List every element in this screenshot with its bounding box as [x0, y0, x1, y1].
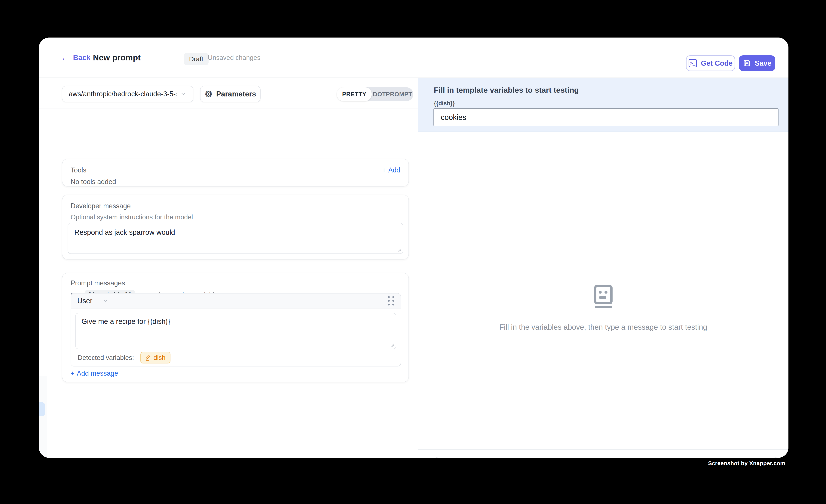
- gear-icon: ⚙: [204, 90, 212, 98]
- parameters-label: Parameters: [216, 90, 256, 98]
- detected-variables-label: Detected variables:: [78, 354, 134, 361]
- add-message-button[interactable]: + Add message: [71, 370, 118, 377]
- back-arrow-icon: ←: [61, 53, 70, 62]
- save-icon: [743, 59, 751, 67]
- variable-value-input[interactable]: [433, 108, 778, 126]
- pencil-icon: [145, 355, 151, 361]
- template-variables-title: Fill in template variables to start test…: [434, 86, 579, 94]
- prompt-messages-card: Prompt messages Use {{variable}} syntax …: [62, 273, 409, 382]
- message-header: User: [71, 294, 401, 309]
- detected-variables-row: Detected variables: dish: [71, 349, 401, 366]
- chat-divider: [418, 449, 788, 450]
- get-code-label: Get Code: [701, 59, 733, 67]
- unsaved-changes-label: Unsaved changes: [208, 38, 260, 77]
- plus-icon: +: [382, 166, 386, 174]
- developer-message-card: Developer message Optional system instru…: [62, 195, 409, 259]
- sidebar-strip: [39, 376, 47, 458]
- model-select-value: aws/anthropic/bedrock-claude-3-5-s...: [69, 90, 176, 98]
- drag-handle-icon[interactable]: [388, 296, 394, 306]
- toggle-dotprompt[interactable]: DOTPROMPT: [372, 87, 413, 101]
- get-code-button[interactable]: >_ Get Code: [686, 55, 735, 71]
- save-label: Save: [755, 59, 772, 67]
- developer-message-subtitle: Optional system instructions for the mod…: [71, 213, 400, 221]
- template-variables-section: Fill in template variables to start test…: [418, 78, 788, 132]
- add-message-label: Add message: [77, 370, 118, 377]
- developer-message-textarea[interactable]: Respond as jack sparrow would: [68, 223, 403, 254]
- message-block: User Give me a recipe for {{dish}} Detec…: [71, 293, 401, 367]
- sidebar-active-item[interactable]: [39, 402, 45, 417]
- header-actions: >_ Get Code Save: [686, 55, 775, 71]
- resize-grip-icon[interactable]: [396, 246, 401, 252]
- prompt-editor-panel: aws/anthropic/bedrock-claude-3-5-s... ⚙ …: [39, 78, 418, 458]
- message-textarea[interactable]: Give me a recipe for {{dish}}: [75, 313, 396, 349]
- chat-input-bar: [434, 457, 779, 458]
- add-tool-label: Add: [388, 166, 400, 174]
- chevron-down-icon: [103, 298, 108, 304]
- model-select[interactable]: aws/anthropic/bedrock-claude-3-5-s...: [62, 86, 193, 102]
- role-select[interactable]: User: [77, 297, 108, 305]
- role-select-value: User: [77, 297, 93, 305]
- watermark-text: Screenshot by Xnapper.com: [708, 460, 785, 466]
- test-panel: Fill in template variables to start test…: [418, 78, 788, 458]
- view-mode-toggle: PRETTY DOTPROMPT: [337, 87, 413, 101]
- back-label: Back: [73, 54, 91, 62]
- variable-chip-label: dish: [154, 354, 166, 361]
- prompt-messages-title: Prompt messages: [71, 279, 400, 287]
- chat-empty-state: Fill in the variables above, then type a…: [418, 285, 788, 331]
- parameters-button[interactable]: ⚙ Parameters: [200, 86, 260, 102]
- header: ← Back New prompt Draft Unsaved changes …: [39, 38, 788, 78]
- toggle-pretty[interactable]: PRETTY: [337, 87, 372, 101]
- tools-card: Tools + Add No tools added: [62, 159, 409, 187]
- bot-icon: [594, 285, 613, 308]
- plus-icon: +: [71, 370, 74, 377]
- variable-name-label: {{dish}}: [434, 100, 455, 107]
- model-toolbar: aws/anthropic/bedrock-claude-3-5-s... ⚙ …: [39, 78, 418, 109]
- page-title: New prompt: [93, 38, 140, 77]
- tools-title: Tools: [71, 166, 86, 174]
- tools-empty-text: No tools added: [71, 178, 400, 186]
- developer-message-title: Developer message: [71, 202, 400, 210]
- status-badge: Draft: [184, 53, 209, 65]
- chevron-down-icon: [180, 91, 187, 97]
- add-tool-button[interactable]: + Add: [382, 166, 400, 174]
- resize-grip-icon[interactable]: [389, 341, 394, 347]
- back-button[interactable]: ← Back: [61, 38, 91, 77]
- empty-state-text: Fill in the variables above, then type a…: [499, 323, 707, 331]
- app-window: ← Back New prompt Draft Unsaved changes …: [39, 38, 788, 458]
- save-button[interactable]: Save: [739, 55, 775, 71]
- variable-chip-dish[interactable]: dish: [140, 352, 170, 364]
- terminal-icon: >_: [689, 59, 697, 67]
